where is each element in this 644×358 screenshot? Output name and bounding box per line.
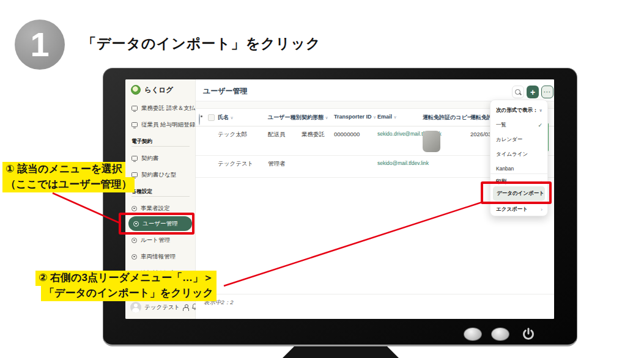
menu-item-list-view[interactable]: 一覧 ✓	[496, 120, 542, 130]
callout-line: ① 該当のメニューを選択	[2, 162, 125, 177]
search-icon	[514, 89, 522, 96]
sidebar-item-label: 業務委託 請求＆支払	[141, 104, 195, 112]
sidebar-item-route-management[interactable]: ルート管理	[131, 235, 193, 245]
divider	[131, 146, 190, 147]
monitor-button[interactable]	[464, 327, 482, 341]
license-thumbnail[interactable]	[423, 131, 440, 152]
menu-view-format-header[interactable]: 次の形式で表示： ∨	[496, 106, 542, 115]
divider	[131, 196, 190, 197]
chevron-down-icon: ∨	[539, 108, 542, 113]
cell-transporter-id: 00000000	[334, 131, 360, 137]
cell-name: テックテスト	[218, 160, 253, 168]
column-header-contract[interactable]: 契約形態 ∨	[302, 114, 328, 122]
menu-item-calendar-view[interactable]: カレンダー	[496, 135, 542, 145]
monitor-icon	[131, 122, 138, 127]
monitor-button[interactable]	[491, 327, 509, 341]
callout-line: ② 右側の3点リーダメニュー「…」＞	[35, 271, 217, 286]
step-number: 1	[30, 27, 49, 62]
cell-user-type: 配送員	[268, 131, 286, 139]
chevron-down-icon: ∨	[373, 115, 376, 119]
person-icon[interactable]	[183, 304, 188, 311]
column-header-email[interactable]: Email ∨	[377, 114, 397, 120]
column-header-user-type[interactable]: ユーザー種別 ∨	[268, 114, 306, 122]
page-title: ユーザー管理	[203, 86, 248, 97]
app-logo: らくログ	[131, 85, 173, 95]
target-icon	[131, 238, 137, 243]
chevron-down-icon: ∨	[231, 115, 234, 120]
more-options-button[interactable]: ···	[541, 86, 553, 98]
logo-clock-icon	[131, 85, 141, 95]
callout-step-1: ① 該当のメニューを選択 （ここではユーザー管理）	[2, 162, 135, 192]
chevron-down-icon: ∨	[394, 115, 397, 119]
target-icon	[131, 254, 137, 260]
sidebar-item-contract-templates[interactable]: 契約書ひな型	[131, 170, 193, 180]
sidebar-item-label: 事業者設定	[141, 205, 170, 213]
search-button[interactable]	[512, 86, 524, 98]
sidebar-item-payroll[interactable]: 従業員 給与明細登録	[131, 120, 193, 130]
step-number-badge: 1	[15, 20, 65, 70]
callout-line: 「データのインポート」をクリック	[41, 286, 217, 301]
menu-item-timeline-view[interactable]: タイムライン	[496, 150, 542, 159]
column-header-name[interactable]: 氏名 ∨	[218, 114, 234, 122]
monitor-icon	[131, 106, 138, 111]
highlight-box-data-import	[481, 181, 552, 204]
sidebar-user[interactable]: テックテスト	[130, 302, 198, 313]
cell-email[interactable]: sekido@mail.tfdev.link	[377, 160, 429, 166]
logo-text: らくログ	[144, 86, 173, 95]
sidebar-item-label: 契約書ひな型	[141, 171, 176, 179]
chevron-right-icon: ›	[541, 206, 542, 213]
callout-step-2: ② 右側の3点リーダメニュー「…」＞ 「データのインポート」をクリック	[35, 271, 217, 301]
column-header-license-copy[interactable]: 運転免許証のコピー ∨	[423, 114, 477, 122]
sidebar-item-vehicle-info[interactable]: 車両情報管理	[131, 252, 193, 261]
highlight-box-user-management	[119, 213, 194, 235]
cell-contract: 業務委託	[302, 131, 325, 139]
power-icon[interactable]	[521, 327, 536, 342]
menu-divider	[490, 174, 549, 174]
callout-line: （ここではユーザー管理）	[2, 177, 135, 192]
column-header-transporter-id[interactable]: Transporter ID ∨	[334, 114, 376, 120]
avatar	[130, 302, 141, 313]
page-header: ユーザー管理 + ···	[196, 79, 554, 101]
cell-license-expiry: 2026/03/2	[470, 131, 490, 137]
sidebar-item-business-settings[interactable]: 事業者設定	[131, 203, 193, 213]
sidebar-item-label: 車両情報管理	[141, 253, 176, 261]
target-column-icon[interactable]	[199, 114, 200, 125]
tutorial-slide: 1 「データのインポート」をクリック らくログ 業務委託 請求＆支払 従業員 給…	[0, 0, 644, 358]
sidebar-item-outsourcing[interactable]: 業務委託 請求＆支払	[131, 103, 193, 113]
cell-name: テック太郎	[218, 131, 247, 139]
user-name: テックテスト	[144, 304, 180, 312]
sidebar-item-label: ルート管理	[141, 236, 170, 244]
sidebar-item-contracts[interactable]: 契約書	[131, 153, 193, 163]
cell-user-type: 管理者	[268, 160, 286, 168]
sidebar-item-label: 従業員 給与明細登録	[141, 121, 195, 129]
step-title: 「データのインポート」をクリック	[82, 34, 320, 53]
select-all-checkbox[interactable]	[208, 114, 215, 121]
check-icon: ✓	[538, 122, 542, 128]
monitor-stand	[283, 346, 399, 358]
sidebar-item-label: 契約書	[141, 155, 159, 163]
monitor-icon	[131, 156, 138, 161]
menu-item-export[interactable]: エクスポート ›	[496, 205, 542, 214]
chevron-down-icon: ∨	[325, 115, 328, 120]
monitor-frame: らくログ 業務委託 請求＆支払 従業員 給与明細登録 電子契約 契約書	[103, 68, 577, 346]
sidebar-section-econtract: 電子契約	[131, 138, 152, 145]
add-button[interactable]: +	[527, 86, 539, 98]
menu-item-kanban-view[interactable]: Kanban	[496, 164, 542, 174]
table-footer: 表示中2：2	[196, 294, 554, 319]
target-icon	[131, 206, 137, 211]
